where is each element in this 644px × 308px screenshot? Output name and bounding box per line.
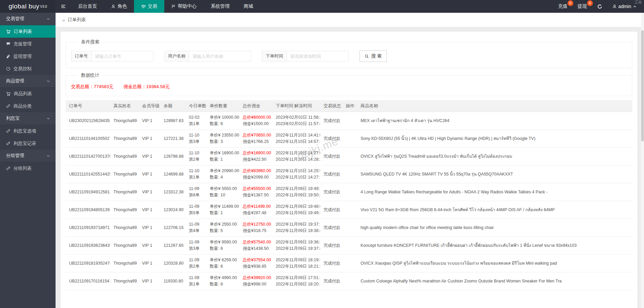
order-row-9[interactable]: UB2211091701161541Thongcha99VIP 1119330.…: [66, 272, 632, 290]
sidebar-group-label: 商品管理: [6, 78, 24, 84]
menu-toggle-icon[interactable]: [56, 0, 71, 13]
order-row-2[interactable]: UB2211101427001376Thongcha99VIP 1126798.…: [66, 148, 632, 165]
cell-day-count: 02-02第1单: [185, 112, 206, 130]
cell-vip-level: VIP 1: [139, 272, 160, 290]
main-content: » 订单列表 条件搜索 订单号 用户名称 下单时间: [56, 13, 644, 308]
cell-total-commission: 总价¥83960.00佣金¥2099.00: [239, 165, 272, 183]
sidebar-item-12[interactable]: 分组列表: [0, 162, 56, 175]
cell-actions: [342, 148, 357, 165]
cell-product-name: MEX เตาไฟฟ้าฐานเซรามิก 4 หัวเตา รุ่น HVC…: [357, 112, 632, 130]
stats-legend: 数据统计: [78, 72, 103, 78]
order-no-input[interactable]: [91, 51, 154, 62]
topbar-right: 充值 0 提现 0 admin: [558, 0, 644, 13]
sidebar-item-3[interactable]: 提现管理: [0, 50, 56, 63]
order-row-4[interactable]: UB2211091949125812Thongcha99VIP 1123312.…: [66, 183, 632, 201]
breadcrumb-label: 订单列表: [68, 17, 86, 23]
cell-status: 完成付款: [320, 165, 342, 183]
sidebar-group-0[interactable]: 交易管理: [0, 13, 56, 25]
username-input[interactable]: [189, 51, 251, 62]
cell-product-name: Koncept furniture KONCEPT FURNITURE เก้า…: [357, 237, 632, 255]
topnav-item-5[interactable]: 商城: [237, 0, 260, 13]
cell-times: 2023年02月02日 11:56:282023年02月02日 11:57:43: [272, 112, 320, 130]
genuine-tag: 正版: [635, 0, 642, 4]
cell-balance: 119330.80: [160, 272, 185, 290]
order-row-0[interactable]: UB2302021156284352Thongcha99VIP 1128987.…: [66, 112, 632, 130]
cell-times: 2022年11月09日 17:01:162022年11月09日 18:20:12: [272, 272, 320, 290]
col-header-7: 下单时间 解冻时间: [272, 100, 320, 112]
order-row-1[interactable]: UB2211101441005027Thongcha99VIP 1127221.…: [66, 130, 632, 148]
topnav-item-3[interactable]: 帮助中心: [164, 0, 204, 13]
sidebar-item-2[interactable]: 充值管理: [0, 38, 56, 50]
order-row-6[interactable]: UB2211091937189717Thongcha99VIP 1122706.…: [66, 219, 632, 237]
gavel-icon: [6, 54, 10, 59]
sidebar-item-9[interactable]: 利息宝选项: [0, 125, 56, 137]
sidebar-group-11[interactable]: 分组管理: [0, 150, 56, 162]
cell-product-name: high quality modern office chair for off…: [357, 219, 632, 237]
vertical-scrollbar[interactable]: [641, 13, 644, 308]
scrollbar-thumb[interactable]: [641, 30, 644, 141]
cell-actions: [342, 112, 357, 130]
admin-menu[interactable]: admin: [612, 4, 637, 9]
withdraw-label: 提现: [578, 3, 587, 9]
sidebar-item-label: 利息宝选项: [13, 128, 36, 134]
cell-total-commission: 总价¥55500.00佣金¥1387.50: [239, 183, 272, 201]
sidebar-item-6[interactable]: 商品列表: [0, 87, 56, 100]
cell-total-commission: 总价¥37554.00佣金¥938.85: [239, 255, 272, 272]
sidebar-item-7[interactable]: 商品分类: [0, 100, 56, 112]
admin-name: admin: [618, 4, 631, 9]
refresh-icon[interactable]: [597, 4, 602, 9]
sidebar-group-label: 分组管理: [6, 153, 24, 159]
sidebar-group-5[interactable]: 商品管理: [0, 75, 56, 87]
sidebar-item-4[interactable]: 交易控制: [0, 63, 56, 75]
cell-price-qty: 单价¥ 20990.00数量: 4: [206, 165, 239, 183]
topnav-item-2[interactable]: 交易: [134, 0, 164, 13]
col-header-1: 真实姓名: [110, 100, 139, 112]
order-row-5[interactable]: UB2211091948051391Thongcha99VIP 1123024.…: [66, 201, 632, 219]
order-row-3[interactable]: UB2211101425514425Thongcha99VIP 1124699.…: [66, 165, 632, 183]
comment-icon: [6, 42, 10, 46]
total-amount-label: 交易总额：: [71, 84, 94, 89]
cell-status: 完成付款: [320, 148, 342, 165]
cell-times: 2022年11月10日 14:27:002022年11月10日 14:28:23: [272, 148, 320, 165]
scales-icon: [141, 4, 146, 9]
topnav-item-4[interactable]: 系统管理: [204, 0, 237, 13]
cell-order-no: UB2211091936236435: [66, 237, 110, 255]
sidebar-item-1[interactable]: 订单列表: [0, 25, 56, 38]
withdraw-link[interactable]: 提现 0: [578, 3, 587, 9]
col-header-2: 会员等级: [139, 100, 160, 112]
stats-fieldset: 数据统计 交易总额：774583元 佣金总额：19364.58元: [66, 72, 632, 96]
topnav-item-1[interactable]: 角色: [104, 0, 134, 13]
cell-times: 2022年11月09日 19:37:182022年11月09日 19:38:45: [272, 219, 320, 237]
col-header-3: 余额: [160, 100, 185, 112]
cell-vip-level: VIP 1: [139, 112, 160, 130]
cell-day-count: 11-09第6单: [185, 183, 206, 201]
sidebar-item-10[interactable]: 利息宝记录: [0, 137, 56, 150]
order-row-7[interactable]: UB2211091936236435Thongcha99VIP 1121267.…: [66, 237, 632, 255]
cell-order-no: UB2211091948051391: [66, 201, 110, 219]
breadcrumb: » 订单列表: [56, 13, 644, 27]
cell-product-name: Sony KD-55X80J (55 นิ้ว) | 4K Ultra HD |…: [357, 130, 632, 148]
sidebar-group-8[interactable]: 利息宝: [0, 112, 56, 125]
order-time-input[interactable]: [286, 51, 349, 62]
cell-price-qty: 单价¥ 6259.00数量: 6: [206, 255, 239, 272]
cell-day-count: 11-10第3单: [185, 130, 206, 148]
topnav-item-0[interactable]: 后台首页: [71, 0, 104, 13]
order-no-label: 订单号: [71, 51, 91, 62]
search-button[interactable]: 搜 索: [360, 50, 387, 62]
cell-balance: 123312.38: [160, 183, 185, 201]
topnav-item-label: 商城: [244, 3, 253, 9]
col-header-4: 今日单数: [185, 100, 206, 112]
recharge-link[interactable]: 充值 0: [558, 3, 568, 9]
sidebar-item-label: 充值管理: [13, 41, 32, 47]
sidebar-item-label: 交易控制: [13, 66, 32, 72]
topnav-item-label: 帮助中心: [178, 3, 197, 9]
cell-day-count: 11-09第4单: [185, 219, 206, 237]
order-row-8[interactable]: UB2211091819352478Thongcha99VIP 1120328.…: [66, 255, 632, 272]
cell-real-name: Thongcha99: [110, 237, 139, 255]
link-icon: [6, 104, 10, 108]
gauge-icon: [6, 67, 10, 71]
cell-total-commission: 总价¥39920.00佣金¥998.00: [239, 272, 272, 290]
sidebar-item-label: 商品列表: [14, 91, 32, 97]
cell-order-no: UB2211091819352478: [66, 255, 110, 272]
cell-status: 完成付款: [320, 272, 342, 290]
